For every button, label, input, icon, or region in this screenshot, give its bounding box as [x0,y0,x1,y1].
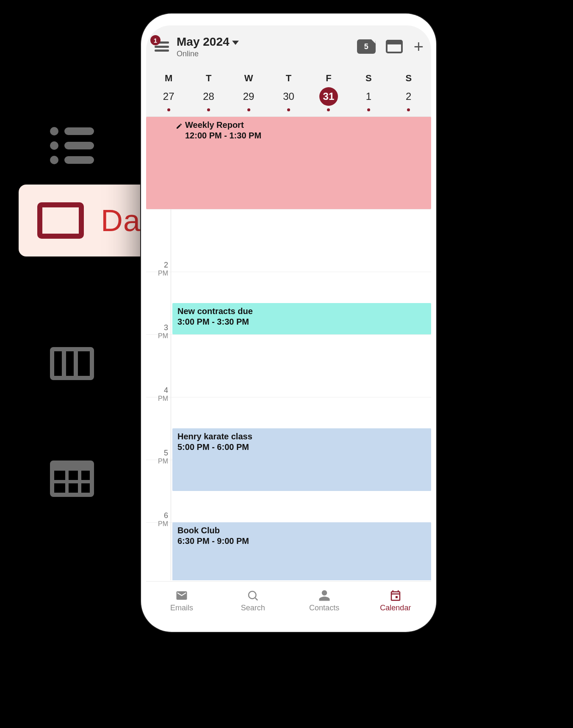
day-cell[interactable]: 30 [269,86,308,112]
nav-contacts[interactable]: Contacts [289,582,360,620]
hour-label: 3PM [146,323,168,340]
day-cell[interactable]: 28 [188,86,228,112]
month-picker[interactable]: May 2024 [177,35,239,49]
event-dot [367,108,370,111]
nav-label: Search [241,604,265,612]
event-time: 3:00 PM - 3:30 PM [177,317,426,327]
event-weekly-report[interactable]: Weekly Report 12:00 PM - 1:30 PM [146,117,431,209]
bottom-nav: Emails Search Contacts Calendar [146,581,431,620]
event-title: Book Club [177,526,220,535]
month-view-icon[interactable] [50,461,94,497]
day-cell[interactable]: 27 [149,86,188,112]
week-strip: M T W T F S S 27 28 29 30 31 1 2 [146,68,431,117]
dow-label: S [389,69,429,86]
hour-label: 6PM [146,511,168,528]
phone-frame: 1 May 2024 Online 5 + M T [141,14,436,632]
svg-line-1 [255,598,257,600]
event-book-club[interactable]: Book Club 6:30 PM - 9:00 PM [172,522,431,580]
event-title: Henry karate class [177,432,252,441]
agenda-view-icon[interactable] [50,127,97,165]
month-title: May 2024 [177,35,230,49]
caret-down-icon [232,41,239,45]
event-dot [287,108,290,111]
hour-label: 4PM [146,386,168,403]
day-view-icon [37,202,84,239]
menu-button[interactable]: 1 [152,37,172,56]
event-time: 12:00 PM - 1:30 PM [185,131,426,141]
nav-calendar[interactable]: Calendar [360,582,431,620]
day-cell[interactable]: 1 [349,86,388,112]
nav-label: Calendar [380,604,411,612]
hour-label: 2PM [146,261,168,277]
nav-label: Emails [170,604,193,612]
week-view-icon[interactable] [50,347,94,380]
day-timeline[interactable]: 12PM 2PM 3PM 4PM 5PM 6PM Weekly Report 1… [146,117,431,580]
dow-label: M [149,69,188,86]
nav-search[interactable]: Search [217,582,288,620]
view-mode-icons [50,127,97,497]
dow-label: S [349,69,388,86]
event-time: 5:00 PM - 6:00 PM [177,442,426,452]
dow-label: T [269,69,308,86]
connection-status: Online [177,50,239,58]
nav-label: Contacts [309,604,339,612]
inbox-count-chip[interactable]: 5 [357,39,376,54]
svg-point-0 [249,591,256,599]
nav-emails[interactable]: Emails [146,582,217,620]
app-header: 1 May 2024 Online 5 + [146,25,431,68]
mail-icon [175,589,188,602]
calendar-icon [389,589,402,602]
person-icon [318,589,331,602]
day-cell[interactable]: 29 [229,86,269,112]
event-dot [327,108,330,111]
notification-badge: 1 [150,35,161,45]
dow-label: F [309,69,349,86]
search-icon [246,589,259,602]
add-event-button[interactable]: + [414,38,424,55]
event-dot [207,108,210,111]
event-new-contracts[interactable]: New contracts due 3:00 PM - 3:30 PM [172,303,431,334]
event-title: Weekly Report [185,120,244,130]
day-cell-selected[interactable]: 31 [309,86,349,112]
pencil-icon [176,122,183,129]
hour-label: 5PM [146,449,168,465]
event-dot [167,108,170,111]
event-karate[interactable]: Henry karate class 5:00 PM - 6:00 PM [172,428,431,491]
event-dot [247,108,250,111]
day-cell[interactable]: 2 [389,86,429,112]
event-title: New contracts due [177,306,253,316]
today-button[interactable] [386,40,403,53]
event-time: 6:30 PM - 9:00 PM [177,536,426,546]
event-dot [407,108,410,111]
dow-label: T [188,69,228,86]
dow-label: W [229,69,269,86]
